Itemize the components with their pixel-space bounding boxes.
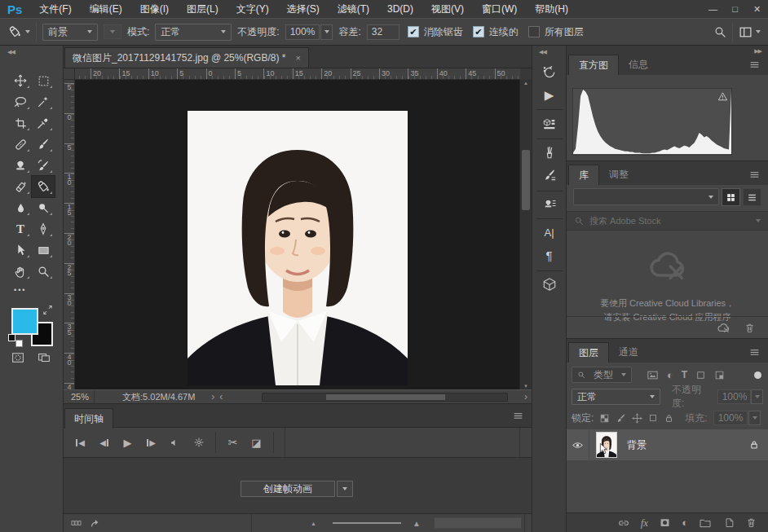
scroll-left-icon[interactable]: ‹ <box>219 391 223 402</box>
scroll-up-icon[interactable]: ▲ <box>523 81 528 86</box>
transition-button[interactable]: ◪ <box>245 432 267 453</box>
vertical-scrollbar[interactable]: ▲ ▼ <box>519 80 532 389</box>
status-flyout-arrow[interactable]: › <box>211 391 214 402</box>
split-clip-button[interactable]: ✂ <box>222 432 244 453</box>
lock-pixels-icon[interactable] <box>616 413 626 424</box>
search-icon[interactable] <box>713 25 726 38</box>
trash-icon[interactable] <box>744 322 756 334</box>
horizontal-scroll-thumb[interactable] <box>326 394 445 400</box>
previous-frame-button[interactable]: ◀ <box>93 432 115 453</box>
blend-mode-select[interactable]: 正常 <box>572 389 660 405</box>
first-frame-button[interactable]: ◀ <box>69 432 91 453</box>
pen-tool[interactable] <box>32 218 55 240</box>
warning-icon[interactable] <box>717 91 728 102</box>
current-tool-preset[interactable] <box>7 24 30 39</box>
clone-source-panel-button[interactable] <box>532 194 566 215</box>
lock-all-icon[interactable] <box>664 413 674 424</box>
zoom-tool[interactable] <box>32 261 55 282</box>
opacity-input[interactable]: 100% <box>285 24 320 40</box>
filter-image-icon[interactable] <box>647 369 659 381</box>
filter-type-text-icon[interactable]: T <box>682 369 687 380</box>
list-view-button[interactable] <box>743 188 761 206</box>
spot-healing-brush-tool[interactable] <box>9 134 32 155</box>
option-checkbox-1[interactable]: ✔连续的 <box>473 25 519 39</box>
menu-item-9[interactable]: 窗口(W) <box>473 2 526 16</box>
rectangular-marquee-tool[interactable] <box>32 70 55 91</box>
screen-mode-button[interactable] <box>36 350 52 365</box>
vertical-scroll-thumb[interactable] <box>522 150 530 210</box>
frame-animation-icon[interactable] <box>69 517 83 529</box>
panel-menu-icon[interactable] <box>748 59 761 70</box>
character-panel-button[interactable]: A| <box>532 222 566 243</box>
history-brush-tool[interactable] <box>32 155 55 176</box>
menu-item-1[interactable]: 编辑(E) <box>81 2 131 16</box>
type-tool[interactable]: T <box>9 218 32 240</box>
panel-menu-icon[interactable] <box>512 411 524 421</box>
audio-toggle-button[interactable] <box>164 432 186 453</box>
zoom-level[interactable]: 25% <box>71 392 89 402</box>
checkbox-icon[interactable] <box>528 26 540 37</box>
tab-adjustments[interactable]: 调整 <box>599 165 638 185</box>
option-checkbox-2[interactable]: 所有图层 <box>528 25 584 39</box>
expand-panels-button[interactable]: ▶▶ <box>754 48 761 55</box>
fill-source-select[interactable]: 前景 <box>42 24 98 41</box>
tolerance-input[interactable]: 32 <box>367 24 399 40</box>
collapse-toolbar-button[interactable]: ◀◀ <box>7 49 15 55</box>
library-select[interactable] <box>573 188 719 205</box>
paint-bucket-tool[interactable] <box>32 176 55 197</box>
blur-tool[interactable] <box>9 197 32 218</box>
layer-style-icon[interactable]: fx <box>641 517 648 530</box>
opacity-dropdown[interactable] <box>320 24 333 40</box>
brushes-panel-button[interactable] <box>532 142 566 163</box>
panel-menu-icon[interactable] <box>748 169 761 180</box>
filter-shape-icon[interactable] <box>695 370 706 380</box>
lock-position-icon[interactable] <box>632 413 642 424</box>
menu-item-10[interactable]: 帮助(H) <box>526 2 577 16</box>
clone-stamp-tool[interactable] <box>9 155 32 176</box>
move-tool[interactable] <box>9 70 32 91</box>
document-tab[interactable]: 微信图片_20171129141752.jpg @ 25%(RGB/8) * × <box>64 47 309 68</box>
default-colors-icon[interactable] <box>8 334 24 347</box>
shape-tool[interactable] <box>32 240 55 261</box>
timeline-settings-button[interactable] <box>188 432 210 453</box>
lock-transparency-icon[interactable] <box>599 413 610 424</box>
menu-item-0[interactable]: 文件(F) <box>30 2 80 16</box>
foreground-color-swatch[interactable] <box>11 308 38 335</box>
actions-panel-button[interactable]: ▶ <box>532 85 566 106</box>
workspace-switcher[interactable] <box>739 25 761 39</box>
brush-tool[interactable] <box>32 134 55 155</box>
tab-info[interactable]: 信息 <box>619 55 658 75</box>
panel-menu-icon[interactable] <box>748 347 761 358</box>
new-adjustment-icon[interactable]: ◐ <box>682 517 688 529</box>
lock-artboard-icon[interactable] <box>648 413 658 423</box>
menu-item-4[interactable]: 文字(Y) <box>227 2 278 16</box>
tab-layers[interactable]: 图层 <box>568 342 609 363</box>
eraser-tool[interactable] <box>9 176 32 197</box>
grid-view-button[interactable] <box>722 188 740 206</box>
minimize-button[interactable]: — <box>702 0 724 18</box>
lasso-tool[interactable] <box>9 91 32 112</box>
3d-materials-panel-button[interactable] <box>532 114 566 135</box>
next-frame-button[interactable]: ▶ <box>140 432 162 453</box>
timeline-zoom-in-icon[interactable]: ▲ <box>413 519 421 528</box>
3d-panel-button[interactable] <box>532 274 566 295</box>
history-panel-button[interactable] <box>532 62 566 83</box>
close-tab-icon[interactable]: × <box>295 53 300 63</box>
swap-colors-icon[interactable] <box>42 305 53 315</box>
play-button[interactable]: ▶ <box>117 432 139 453</box>
crop-tool[interactable] <box>9 112 32 134</box>
brush-settings-panel-button[interactable] <box>532 165 566 186</box>
menu-item-5[interactable]: 选择(S) <box>278 2 329 16</box>
create-animation-dropdown[interactable] <box>337 481 353 497</box>
collapse-panels-button[interactable]: ◀◀ <box>539 49 546 55</box>
scroll-down-icon[interactable]: ▼ <box>523 384 528 389</box>
tab-channels[interactable]: 通道 <box>609 342 648 363</box>
menu-item-6[interactable]: 滤镜(T) <box>329 2 378 16</box>
scroll-right-icon[interactable]: › <box>524 391 527 402</box>
option-checkbox-0[interactable]: ✔消除锯齿 <box>408 25 463 39</box>
flatten-frames-icon[interactable] <box>90 517 102 530</box>
filter-adjustment-icon[interactable]: ◐ <box>667 369 673 381</box>
edit-toolbar-button[interactable]: ••• <box>14 286 26 294</box>
checkbox-icon[interactable]: ✔ <box>473 26 484 37</box>
eyedropper-tool[interactable] <box>32 112 55 134</box>
